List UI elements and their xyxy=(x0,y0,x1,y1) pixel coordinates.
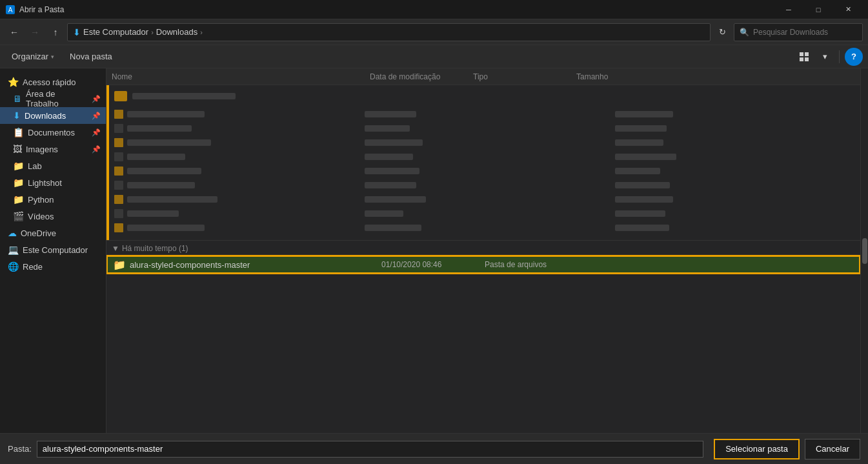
sidebar-item-python[interactable]: 📁 Python xyxy=(0,191,106,208)
onedrive-icon: ☁ xyxy=(8,228,17,238)
toolbar-separator xyxy=(839,50,840,63)
sidebar-item-downloads[interactable]: ⬇ Downloads 📌 xyxy=(0,107,106,124)
refresh-button[interactable]: ↻ xyxy=(713,23,731,41)
help-button[interactable]: ? xyxy=(845,48,863,66)
folder-input[interactable] xyxy=(37,441,703,458)
svg-text:A: A xyxy=(8,6,13,14)
cancel-button[interactable]: Cancelar xyxy=(805,439,860,459)
scrollbar-thumb[interactable] xyxy=(862,238,867,264)
images-icon: 🖼 xyxy=(13,144,22,154)
quick-access-icon: ⭐ xyxy=(8,77,19,87)
file-name: alura-styled-components-master xyxy=(130,260,381,270)
python-icon: 📁 xyxy=(13,194,24,205)
header-size: Tamanho xyxy=(571,72,649,81)
svg-rect-5 xyxy=(805,57,809,61)
desktop-icon: 🖥 xyxy=(13,94,22,104)
sidebar-item-label: Lightshot xyxy=(28,178,62,188)
sidebar-item-onedrive[interactable]: ☁ OneDrive xyxy=(0,225,106,241)
file-area: Nome Data de modificação Tipo Tamanho xyxy=(106,68,860,433)
sidebar-item-label: Este Computador xyxy=(23,245,88,255)
file-list-header: Nome Data de modificação Tipo Tamanho xyxy=(106,68,860,85)
view-chevron-button[interactable]: ▾ xyxy=(816,48,834,66)
sidebar-item-label: Rede xyxy=(23,262,43,272)
search-input[interactable] xyxy=(753,28,857,37)
svg-rect-4 xyxy=(800,57,803,61)
sidebar-item-documents[interactable]: 📋 Documentos 📌 xyxy=(0,124,106,141)
address-bar: ← → ↑ ⬇ Este Computador › Downloads › ↻ … xyxy=(0,19,868,45)
sidebar-item-label: Vídeos xyxy=(28,212,54,221)
svg-rect-3 xyxy=(805,52,809,56)
maximize-button[interactable]: □ xyxy=(803,0,833,19)
this-pc-icon: 💻 xyxy=(8,245,19,255)
sidebar-item-quick-access[interactable]: ⭐ Acesso rápido xyxy=(0,74,106,90)
selected-file-item[interactable]: 📁 alura-styled-components-master 01/10/2… xyxy=(106,256,860,274)
lab-icon: 📁 xyxy=(13,161,24,171)
sidebar-item-label: Python xyxy=(28,195,54,205)
pin-icon: 📌 xyxy=(92,112,101,120)
sidebar-item-lab[interactable]: 📁 Lab xyxy=(0,157,106,174)
sidebar-item-label: OneDrive xyxy=(21,228,56,238)
bottom-bar: Pasta: Selecionar pasta Cancelar xyxy=(0,433,868,464)
search-icon: 🔍 xyxy=(740,28,749,37)
pin-icon: 📌 xyxy=(92,95,101,103)
up-button[interactable]: ↑ xyxy=(46,23,65,41)
breadcrumb-part-downloads: Downloads xyxy=(156,27,197,37)
window-title: Abrir a Pasta xyxy=(19,5,774,14)
toolbar-right: ▾ ? xyxy=(795,48,863,66)
documents-icon: 📋 xyxy=(13,127,24,137)
search-box[interactable]: 🔍 xyxy=(734,23,863,41)
sidebar-item-images[interactable]: 🖼 Imagens 📌 xyxy=(0,141,106,157)
svg-rect-2 xyxy=(800,52,803,56)
lightshot-icon: 📁 xyxy=(13,177,24,188)
back-button[interactable]: ← xyxy=(5,23,23,41)
breadcrumb-arrow-1: › xyxy=(151,28,154,36)
window-controls: ─ □ ✕ xyxy=(774,0,863,19)
organize-button[interactable]: Organizar ▾ xyxy=(5,48,61,66)
header-date: Data de modificação xyxy=(365,72,468,81)
main-content: ⭐ Acesso rápido 🖥 Área de Trabalho 📌 ⬇ D… xyxy=(0,68,868,433)
minimize-button[interactable]: ─ xyxy=(774,0,803,19)
blurred-row[interactable] xyxy=(109,88,860,105)
forward-button[interactable]: → xyxy=(26,23,44,41)
downloads-icon: ⬇ xyxy=(13,110,21,121)
sidebar-item-label: Área de Trabalho xyxy=(26,89,88,108)
sidebar-item-network[interactable]: 🌐 Rede xyxy=(0,258,106,275)
file-date: 01/10/2020 08:46 xyxy=(381,260,485,269)
videos-icon: 🎬 xyxy=(13,211,24,221)
sidebar-item-this-pc[interactable]: 💻 Este Computador xyxy=(0,241,106,258)
header-name: Nome xyxy=(106,72,365,81)
file-list-scroll[interactable]: ▼ Há muito tempo (1) 📁 alura-styled-comp… xyxy=(106,85,860,433)
sidebar-item-label: Imagens xyxy=(26,145,58,154)
toolbar: Organizar ▾ Nova pasta ▾ ? xyxy=(0,45,868,68)
sidebar-item-desktop[interactable]: 🖥 Área de Trabalho 📌 xyxy=(0,90,106,107)
sidebar-item-videos[interactable]: 🎬 Vídeos xyxy=(0,208,106,225)
section-label-old: ▼ Há muito tempo (1) xyxy=(106,240,860,256)
header-type: Tipo xyxy=(468,72,571,81)
breadcrumb-part-computer: Este Computador xyxy=(83,27,148,37)
view-toggle-button[interactable] xyxy=(795,48,813,66)
blurred-grid xyxy=(109,105,860,237)
file-type: Pasta de arquivos xyxy=(485,260,588,269)
bottom-buttons: Selecionar pasta Cancelar xyxy=(714,439,860,459)
sidebar: ⭐ Acesso rápido 🖥 Área de Trabalho 📌 ⬇ D… xyxy=(0,68,106,433)
select-folder-button[interactable]: Selecionar pasta xyxy=(714,439,800,459)
close-button[interactable]: ✕ xyxy=(833,0,863,19)
sidebar-item-label: Documentos xyxy=(28,128,75,137)
pin-icon: 📌 xyxy=(92,128,101,137)
pin-icon: 📌 xyxy=(92,145,101,154)
sidebar-item-label: Acesso rápido xyxy=(23,77,76,87)
sidebar-item-label: Downloads xyxy=(25,111,66,121)
blurred-section-1 xyxy=(106,85,860,240)
section-expand-icon: ▼ xyxy=(112,244,119,253)
breadcrumb[interactable]: ⬇ Este Computador › Downloads › xyxy=(67,23,711,41)
scrollbar-area xyxy=(860,68,868,433)
sidebar-item-lightshot[interactable]: 📁 Lightshot xyxy=(0,174,106,191)
folder-icon: 📁 xyxy=(113,258,126,271)
network-icon: 🌐 xyxy=(8,261,19,272)
app-icon: A xyxy=(5,5,15,15)
breadcrumb-arrow-2: › xyxy=(200,28,203,36)
breadcrumb-drive-icon: ⬇ xyxy=(73,27,81,37)
title-bar: A Abrir a Pasta ─ □ ✕ xyxy=(0,0,868,19)
sidebar-item-label: Lab xyxy=(28,161,42,171)
new-folder-button[interactable]: Nova pasta xyxy=(63,48,119,66)
